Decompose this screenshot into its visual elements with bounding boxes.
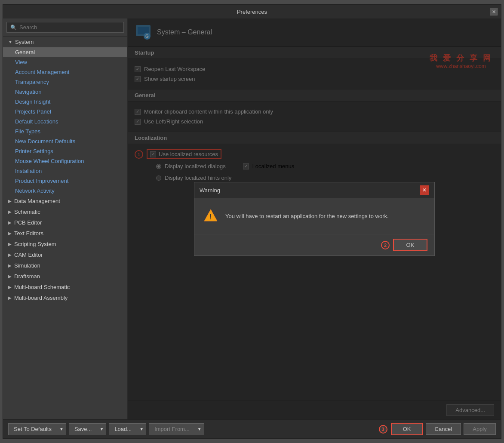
sidebar-item-pcb-editor[interactable]: ▶ PCB Editor — [3, 217, 127, 228]
sidebar-item-label: PCB Editor — [14, 219, 42, 226]
sidebar-item-simulation[interactable]: ▶ Simulation — [3, 260, 127, 271]
bottom-toolbar: Set To Defaults ▼ Save... ▼ Load... ▼ Im… — [3, 419, 501, 438]
dialog-body: ! You will have to restart an applicatio… — [194, 198, 434, 234]
title-bar: Preferences ✕ — [3, 5, 501, 18]
arrow-icon: ▶ — [8, 242, 12, 246]
sidebar-child-label: Design Insight — [15, 98, 50, 105]
search-icon: 🔍 — [10, 25, 17, 31]
sidebar-item-label: Text Editors — [14, 230, 43, 237]
warning-dialog-overlay: Warning ✕ ! You will have to restart an … — [128, 18, 501, 419]
sidebar-child-label: Mouse Wheel Configuration — [15, 158, 84, 164]
save-button[interactable]: Save... — [69, 423, 97, 435]
sidebar-item-label: System — [15, 39, 34, 45]
badge-label-2: 2 — [384, 243, 387, 248]
dialog-footer: 2 OK — [194, 234, 434, 255]
load-button[interactable]: Load... — [109, 423, 137, 435]
sidebar-item-multi-board-schematic[interactable]: ▶ Multi-board Schematic — [3, 282, 127, 292]
search-box: 🔍 — [3, 18, 127, 37]
arrow-icon: ▶ — [8, 231, 12, 236]
sidebar-child-label: View — [15, 59, 27, 65]
svg-text:!: ! — [209, 213, 212, 221]
set-to-defaults-dropdown[interactable]: ▼ — [57, 423, 66, 435]
sidebar-item-system[interactable]: ▼ System — [3, 37, 127, 47]
sidebar-item-text-editors[interactable]: ▶ Text Editors — [3, 228, 127, 239]
load-split-button: Load... ▼ — [109, 423, 146, 435]
main-ok-button[interactable]: OK — [391, 423, 423, 435]
arrow-icon: ▶ — [8, 263, 12, 268]
search-input[interactable] — [19, 24, 120, 31]
badge-label-3: 3 — [381, 427, 384, 432]
arrow-icon: ▶ — [8, 252, 12, 257]
sidebar-item-installation[interactable]: Installation — [3, 166, 127, 176]
sidebar-child-label: File Types — [15, 128, 40, 135]
dialog-ok-button[interactable]: OK — [393, 239, 427, 251]
arrow-icon: ▶ — [8, 220, 12, 225]
window-title: Preferences — [237, 9, 267, 15]
warning-dialog: Warning ✕ ! You will have to restart an … — [194, 182, 435, 256]
sidebar-child-label: Transparency — [15, 79, 49, 85]
dialog-message: You will have to restart an application … — [225, 213, 389, 219]
sidebar-item-default-locations[interactable]: Default Locations — [3, 117, 127, 126]
load-dropdown[interactable]: ▼ — [137, 423, 146, 435]
sidebar-child-label: Printer Settings — [15, 148, 53, 154]
sidebar-item-draftsman[interactable]: ▶ Draftsman — [3, 271, 127, 282]
sidebar-child-label: Projects Panel — [15, 108, 51, 115]
sidebar-child-label: Product Improvement — [15, 178, 68, 184]
content-area: G System – General 我 爱 分 享 网 www.zhansha… — [128, 18, 501, 419]
sidebar-item-account-management[interactable]: Account Management — [3, 67, 127, 77]
sidebar-item-transparency[interactable]: Transparency — [3, 77, 127, 87]
arrow-icon: ▶ — [8, 295, 12, 300]
import-from-split-button: Import From... ▼ — [149, 423, 204, 435]
sidebar-child-label: Default Locations — [15, 118, 58, 125]
arrow-icon: ▶ — [8, 274, 12, 279]
arrow-icon: ▶ — [8, 209, 12, 214]
arrow-icon: ▶ — [8, 199, 12, 203]
sidebar-item-network-activity[interactable]: Network Activity — [3, 186, 127, 196]
sidebar-item-projects-panel[interactable]: Projects Panel — [3, 107, 127, 117]
sidebar-item-label: Multi-board Assembly — [14, 295, 68, 301]
sidebar-item-mouse-wheel-configuration[interactable]: Mouse Wheel Configuration — [3, 156, 127, 166]
sidebar-child-label: Account Management — [15, 69, 69, 75]
sidebar-item-navigation[interactable]: Navigation — [3, 87, 127, 97]
sidebar-item-cam-editor[interactable]: ▶ CAM Editor — [3, 249, 127, 260]
search-wrapper[interactable]: 🔍 — [6, 22, 124, 33]
sidebar-child-label: General — [15, 49, 35, 55]
apply-button[interactable]: Apply — [464, 423, 496, 435]
sidebar-item-general[interactable]: General — [3, 47, 127, 57]
sidebar-item-label: Simulation — [14, 262, 40, 269]
sidebar-child-label: Network Activity — [15, 188, 55, 194]
step-badge-2: 2 — [381, 241, 390, 249]
save-split-button: Save... ▼ — [69, 423, 106, 435]
set-to-defaults-button[interactable]: Set To Defaults — [8, 423, 57, 435]
dialog-close-button[interactable]: ✕ — [420, 185, 429, 195]
cancel-button[interactable]: Cancel — [426, 423, 461, 435]
sidebar-item-label: Scripting System — [14, 241, 56, 247]
sidebar-item-design-insight[interactable]: Design Insight — [3, 97, 127, 107]
sidebar-item-label: Data Management — [14, 198, 60, 204]
sidebar-item-view[interactable]: View — [3, 57, 127, 67]
sidebar-item-label: CAM Editor — [14, 252, 43, 258]
sidebar-item-file-types[interactable]: File Types — [3, 126, 127, 136]
import-from-button[interactable]: Import From... — [149, 423, 195, 435]
import-from-dropdown[interactable]: ▼ — [195, 423, 204, 435]
sidebar: 🔍 ▼ System General View Account Manageme… — [3, 18, 128, 419]
sidebar-item-multi-board-assembly[interactable]: ▶ Multi-board Assembly — [3, 292, 127, 303]
sidebar-item-scripting-system[interactable]: ▶ Scripting System — [3, 239, 127, 249]
sidebar-item-product-improvement[interactable]: Product Improvement — [3, 176, 127, 186]
sidebar-child-label: New Document Defaults — [15, 138, 75, 145]
sidebar-item-new-document-defaults[interactable]: New Document Defaults — [3, 136, 127, 146]
preferences-window: Preferences ✕ 🔍 ▼ System General View — [3, 4, 501, 439]
sidebar-child-label: Navigation — [15, 89, 41, 95]
sidebar-item-label: Schematic — [14, 209, 40, 215]
main-content: 🔍 ▼ System General View Account Manageme… — [3, 18, 501, 419]
sidebar-child-label: Installation — [15, 168, 42, 174]
sidebar-item-schematic[interactable]: ▶ Schematic — [3, 206, 127, 217]
ok-button-wrapper: 3 OK — [379, 423, 423, 435]
arrow-icon: ▶ — [8, 285, 12, 289]
dialog-ok-wrapper: 2 OK — [381, 239, 427, 251]
sidebar-item-data-management[interactable]: ▶ Data Management — [3, 196, 127, 206]
step-badge-3: 3 — [379, 425, 387, 434]
save-dropdown[interactable]: ▼ — [97, 423, 106, 435]
sidebar-item-printer-settings[interactable]: Printer Settings — [3, 146, 127, 156]
window-close-button[interactable]: ✕ — [490, 8, 498, 15]
